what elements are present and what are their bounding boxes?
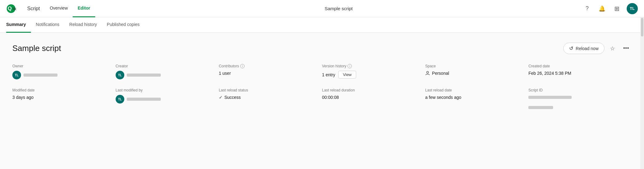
reload-icon: ↺ xyxy=(569,45,573,51)
meta-owner: Owner TL xyxy=(12,64,116,79)
meta-last-modified-label: Last modified by xyxy=(116,88,219,92)
meta-last-reload-duration-label: Last reload duration xyxy=(322,88,425,92)
meta-space-value: Personal xyxy=(425,71,528,76)
meta-last-modified-by: Last modified by TL xyxy=(116,88,219,110)
meta-version-history: Version history i 1 entry View xyxy=(322,64,425,79)
meta-contributors-label: Contributors i xyxy=(219,64,322,68)
meta-contributors: Contributors i 1 user xyxy=(219,64,322,79)
scrollbar[interactable] xyxy=(640,17,644,169)
check-icon: ✓ xyxy=(219,95,223,100)
metadata-grid-row2: Modified date 3 days ago Last modified b… xyxy=(12,88,632,110)
more-options-button[interactable]: ••• xyxy=(621,43,632,54)
svg-text:Q: Q xyxy=(8,5,12,11)
contributors-info-icon[interactable]: i xyxy=(240,64,245,68)
apps-grid-button[interactable]: ⊞ xyxy=(612,4,622,14)
scroll-thumb[interactable] xyxy=(641,18,643,36)
notifications-button[interactable]: 🔔 xyxy=(597,4,607,14)
nav-links: Overview Editor xyxy=(45,0,95,17)
script-id-redacted-2 xyxy=(528,106,553,109)
meta-last-reload-status-value: ✓ Success xyxy=(219,95,322,100)
meta-last-reload-duration: Last reload duration 00:00:08 xyxy=(322,88,425,110)
creator-avatar: TL xyxy=(116,71,124,79)
star-icon: ☆ xyxy=(610,45,615,52)
nav-overview[interactable]: Overview xyxy=(45,0,73,17)
help-icon: ? xyxy=(586,5,589,12)
nav-title: Sample script xyxy=(95,6,582,11)
user-avatar[interactable]: TL xyxy=(627,3,638,14)
meta-last-reload-date: Last reload date a few seconds ago xyxy=(425,88,528,110)
meta-version-label: Version history i xyxy=(322,64,425,68)
more-icon: ••• xyxy=(623,45,629,52)
meta-script-id: Script ID xyxy=(528,88,632,110)
meta-created-date: Created date Feb 26, 2024 5:38 PM xyxy=(528,64,632,79)
qlik-logo: Q lik xyxy=(6,3,20,14)
creator-name-redacted xyxy=(127,74,161,77)
tab-notifications[interactable]: Notifications xyxy=(31,17,64,33)
nav-editor[interactable]: Editor xyxy=(73,0,95,17)
meta-last-modified-value: TL xyxy=(116,95,219,104)
meta-space-label: Space xyxy=(425,64,528,68)
main-content: Sample script ↺ Reload now ☆ ••• Owner T… xyxy=(0,33,644,169)
header-actions: ↺ Reload now ☆ ••• xyxy=(563,43,632,54)
meta-script-id-label: Script ID xyxy=(528,88,632,92)
meta-last-reload-date-value: a few seconds ago xyxy=(425,95,528,100)
meta-contributors-value: 1 user xyxy=(219,71,322,76)
page-title: Sample script xyxy=(12,44,61,53)
meta-creator: Creator TL xyxy=(116,64,219,79)
favorite-button[interactable]: ☆ xyxy=(607,43,618,54)
meta-last-reload-status: Last reload status ✓ Success xyxy=(219,88,322,110)
last-modifier-avatar: TL xyxy=(116,95,124,104)
owner-avatar: TL xyxy=(12,71,21,79)
tab-reload-history[interactable]: Reload history xyxy=(64,17,102,33)
content-header: Sample script ↺ Reload now ☆ ••• xyxy=(12,43,632,54)
meta-modified-label: Modified date xyxy=(12,88,116,92)
meta-owner-value: TL xyxy=(12,71,116,79)
meta-modified-date: Modified date 3 days ago xyxy=(12,88,116,110)
app-name: Script xyxy=(27,6,40,11)
version-info-icon[interactable]: i xyxy=(348,64,352,68)
meta-created-label: Created date xyxy=(528,64,632,68)
meta-last-reload-status-label: Last reload status xyxy=(219,88,322,92)
view-version-button[interactable]: View xyxy=(338,71,356,78)
script-id-redacted-1 xyxy=(528,96,572,99)
meta-creator-label: Creator xyxy=(116,64,219,68)
meta-creator-value: TL xyxy=(116,71,219,79)
meta-modified-value: 3 days ago xyxy=(12,95,116,100)
meta-last-reload-date-label: Last reload date xyxy=(425,88,528,92)
grid-icon: ⊞ xyxy=(614,5,620,12)
tab-published-copies[interactable]: Published copies xyxy=(102,17,145,33)
reload-now-button[interactable]: ↺ Reload now xyxy=(563,43,604,54)
bell-icon: 🔔 xyxy=(599,5,605,12)
top-nav: Q lik Script Overview Editor Sample scri… xyxy=(0,0,644,17)
nav-right: ? 🔔 ⊞ TL xyxy=(582,3,638,14)
meta-last-reload-duration-value: 00:00:08 xyxy=(322,95,425,100)
meta-script-id-value xyxy=(528,95,632,110)
person-icon xyxy=(425,71,430,76)
help-button[interactable]: ? xyxy=(582,4,592,14)
meta-space: Space Personal xyxy=(425,64,528,79)
logo-area: Q lik xyxy=(6,3,20,14)
svg-text:lik: lik xyxy=(13,7,17,11)
metadata-grid-row1: Owner TL Creator TL Contributors i xyxy=(12,64,632,79)
svg-point-4 xyxy=(427,71,429,73)
sub-tabs: Summary Notifications Reload history Pub… xyxy=(0,17,644,33)
last-modifier-name-redacted xyxy=(127,98,161,101)
meta-created-value: Feb 26, 2024 5:38 PM xyxy=(528,71,632,76)
meta-owner-label: Owner xyxy=(12,64,116,68)
owner-name-redacted xyxy=(23,74,58,77)
tab-summary[interactable]: Summary xyxy=(6,17,31,33)
meta-version-value: 1 entry View xyxy=(322,71,425,78)
